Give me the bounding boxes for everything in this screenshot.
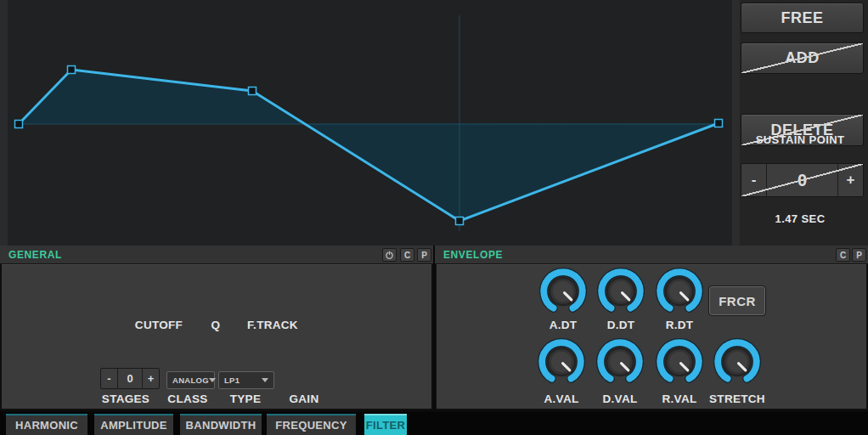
knob-dial-icon — [537, 337, 586, 387]
frcr-toggle-button[interactable]: FRCR — [709, 286, 765, 315]
attack-value-knob[interactable] — [537, 337, 586, 387]
sustain-point-label: SUSTAIN POINT — [732, 133, 868, 146]
tab-bandwidth[interactable]: BANDWIDTH — [180, 414, 262, 435]
attack-time-knob[interactable] — [538, 267, 588, 316]
general-panel-title: GENERAL — [8, 249, 62, 261]
knob-dial-icon — [538, 267, 588, 316]
tab-harmonic[interactable]: HARMONIC — [6, 414, 87, 435]
gain-label: GAIN — [266, 393, 342, 405]
decay-value-knob[interactable] — [595, 337, 645, 387]
envelope-curve-canvas[interactable] — [0, 0, 732, 246]
knob-dial-icon — [655, 337, 704, 387]
sustain-point-value[interactable]: 0 — [766, 164, 838, 196]
knob-dial-icon — [655, 267, 704, 316]
ftrack-label: F.TRACK — [234, 319, 311, 331]
sidebar-left-edge — [732, 0, 740, 246]
tab-filter[interactable]: FILTER — [364, 414, 407, 435]
release-value-knob[interactable] — [655, 337, 704, 387]
stages-value[interactable]: 0 — [117, 369, 143, 388]
caret-down-icon — [262, 378, 268, 382]
tab-amplitude[interactable]: AMPLITUDE — [94, 414, 173, 435]
envelope-panel-header: ENVELOPE C P — [435, 246, 868, 264]
caret-down-icon — [209, 378, 216, 382]
graph-left-edge — [0, 0, 8, 246]
envelope-copy-button[interactable]: C — [836, 248, 850, 262]
sustain-decrement-button[interactable]: - — [741, 164, 766, 196]
sustain-increment-button[interactable]: + — [838, 164, 863, 196]
general-panel-header: GENERAL C P — [0, 246, 433, 264]
stretch-label: STRETCH — [699, 393, 775, 405]
envelope-sidebar: FREE ADD DELETE SUSTAIN POINT - 0 + 1.47… — [732, 0, 868, 246]
general-panel-body — [2, 264, 431, 409]
general-copy-button[interactable]: C — [400, 248, 414, 262]
power-icon — [385, 251, 394, 260]
envelope-duration-label: 1.47 SEC — [732, 212, 868, 225]
decay-time-knob[interactable] — [596, 267, 645, 316]
knob-dial-icon — [595, 337, 645, 387]
type-dropdown-value: LP1 — [224, 376, 240, 385]
class-dropdown[interactable]: ANALOG — [166, 371, 215, 389]
tab-frequency[interactable]: FREQUENCY — [267, 414, 356, 435]
stretch-knob[interactable] — [713, 337, 762, 387]
stages-stepper[interactable]: - 0 + — [100, 368, 160, 389]
add-button[interactable]: ADD — [741, 42, 864, 74]
knob-dial-icon — [596, 267, 645, 316]
stages-increment-button[interactable]: + — [143, 369, 159, 388]
free-button[interactable]: FREE — [741, 3, 864, 33]
general-paste-button[interactable]: P — [417, 248, 431, 262]
envelope-paste-button[interactable]: P — [852, 248, 866, 262]
envelope-panel-body — [437, 264, 866, 409]
power-button[interactable] — [382, 248, 397, 262]
stages-decrement-button[interactable]: - — [101, 369, 117, 388]
release-time-knob[interactable] — [655, 267, 704, 316]
spectrum-tab-bar: HARMONIC AMPLITUDE BANDWIDTH FREQUENCY F… — [0, 412, 868, 435]
type-dropdown[interactable]: LP1 — [218, 371, 274, 389]
sustain-point-stepper[interactable]: - 0 + — [741, 163, 864, 197]
class-dropdown-value: ANALOG — [172, 376, 209, 385]
envelope-editor[interactable] — [0, 0, 732, 246]
knob-dial-icon — [713, 337, 762, 387]
rdt-label: R.DT — [641, 319, 718, 331]
synth-filter-window: FREE ADD DELETE SUSTAIN POINT - 0 + 1.47… — [0, 0, 868, 435]
envelope-panel-title: ENVELOPE — [443, 249, 503, 261]
